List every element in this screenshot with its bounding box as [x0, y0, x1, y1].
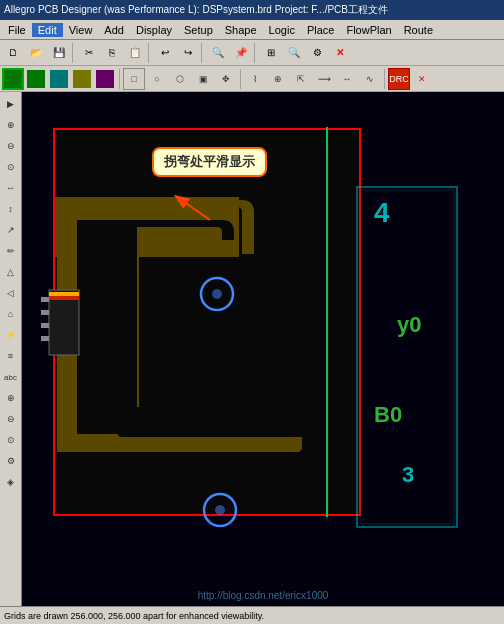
sep4 — [254, 43, 258, 63]
menu-place[interactable]: Place — [301, 23, 341, 37]
sidebar-btn-dot[interactable]: ⊙ — [1, 430, 21, 450]
svg-point-11 — [212, 289, 222, 299]
menu-logic[interactable]: Logic — [263, 23, 301, 37]
sep3 — [201, 43, 205, 63]
layer-btn5[interactable] — [94, 68, 116, 90]
status-bar: Grids are drawn 256.000, 256.000 apart f… — [0, 606, 504, 624]
zoomin-btn[interactable]: 🔍 — [283, 42, 305, 64]
sidebar-btn-hresize[interactable]: ↔ — [1, 178, 21, 198]
sidebar-btn-vresize[interactable]: ↕ — [1, 199, 21, 219]
sidebar-btn-subcircle[interactable]: ⊖ — [1, 409, 21, 429]
svg-rect-17 — [41, 310, 49, 315]
menu-display[interactable]: Display — [130, 23, 178, 37]
svg-text:y0: y0 — [397, 312, 421, 337]
close-x-btn[interactable]: ✕ — [329, 42, 351, 64]
spread-btn[interactable]: ↔ — [336, 68, 358, 90]
sidebar-btn-back[interactable]: ◁ — [1, 283, 21, 303]
outline-btn[interactable]: □ — [123, 68, 145, 90]
svg-text:B0: B0 — [374, 402, 402, 427]
sidebar-btn-text[interactable]: abc — [1, 367, 21, 387]
sidebar-btn-add[interactable]: ⊕ — [1, 115, 21, 135]
status-text: Grids are drawn 256.000, 256.000 apart f… — [4, 611, 264, 621]
new-btn[interactable]: 🗋 — [2, 42, 24, 64]
sidebar-btn-power[interactable]: ⚡ — [1, 325, 21, 345]
sep1 — [72, 43, 76, 63]
undo-btn[interactable]: ↩ — [154, 42, 176, 64]
move-btn[interactable]: ✥ — [215, 68, 237, 90]
copy-btn[interactable]: ⎘ — [101, 42, 123, 64]
menu-route[interactable]: Route — [398, 23, 439, 37]
callout-bubble: 拐弯处平滑显示 — [152, 147, 267, 177]
menu-shape[interactable]: Shape — [219, 23, 263, 37]
sep-div3 — [384, 69, 385, 89]
menu-setup[interactable]: Setup — [178, 23, 219, 37]
sidebar-btn-triangle[interactable]: △ — [1, 262, 21, 282]
cut-btn[interactable]: ✂ — [78, 42, 100, 64]
sidebar-btn-select[interactable]: ▶ — [1, 94, 21, 114]
title-bar: Allegro PCB Designer (was Performance L)… — [0, 0, 504, 20]
close2-btn[interactable]: ✕ — [411, 68, 433, 90]
menu-bar: File Edit View Add Display Setup Shape L… — [0, 20, 504, 40]
svg-text:4: 4 — [374, 197, 390, 228]
left-sidebar: ▶ ⊕ ⊖ ⊙ ↔ ↕ ↗ ✏ △ ◁ ⌂ ⚡ ≡ abc ⊕ ⊖ ⊙ ⚙ ◈ — [0, 92, 22, 606]
route-btn[interactable]: ⌇ — [244, 68, 266, 90]
menu-edit[interactable]: Edit — [32, 23, 63, 37]
fanout-btn[interactable]: ⇱ — [290, 68, 312, 90]
pin-btn[interactable]: 📌 — [230, 42, 252, 64]
svg-text:3: 3 — [402, 462, 414, 487]
circle-btn[interactable]: ○ — [146, 68, 168, 90]
svg-rect-19 — [41, 336, 49, 341]
svg-rect-16 — [41, 297, 49, 302]
sidebar-btn-diagonal[interactable]: ↗ — [1, 220, 21, 240]
poly-btn[interactable]: ⬡ — [169, 68, 191, 90]
redo-btn[interactable]: ↪ — [177, 42, 199, 64]
callout-text: 拐弯处平滑显示 — [164, 154, 255, 169]
sidebar-btn-addcircle[interactable]: ⊕ — [1, 388, 21, 408]
sidebar-btn-gear[interactable]: ⚙ — [1, 451, 21, 471]
menu-view[interactable]: View — [63, 23, 99, 37]
svg-rect-18 — [41, 323, 49, 328]
toolbar-secondary: □ ○ ⬡ ▣ ✥ ⌇ ⊕ ⇱ ⟿ ↔ ∿ DRC ✕ — [0, 66, 504, 92]
sidebar-btn-home[interactable]: ⌂ — [1, 304, 21, 324]
drc-btn[interactable]: DRC — [388, 68, 410, 90]
layer-btn4[interactable] — [71, 68, 93, 90]
select-btn[interactable]: ▣ — [192, 68, 214, 90]
tune-btn[interactable]: ∿ — [359, 68, 381, 90]
title-text: Allegro PCB Designer (was Performance L)… — [4, 3, 388, 17]
menu-file[interactable]: File — [2, 23, 32, 37]
layer-btn2[interactable] — [25, 68, 47, 90]
menu-add[interactable]: Add — [98, 23, 130, 37]
save-btn[interactable]: 💾 — [48, 42, 70, 64]
sep-div — [119, 69, 120, 89]
paste-btn[interactable]: 📋 — [124, 42, 146, 64]
sidebar-btn-remove[interactable]: ⊖ — [1, 136, 21, 156]
toolbar-main: 🗋 📂 💾 ✂ ⎘ 📋 ↩ ↪ 🔍 📌 ⊞ 🔍 ⚙ ✕ — [0, 40, 504, 66]
main-layout: ▶ ⊕ ⊖ ⊙ ↔ ↕ ↗ ✏ △ ◁ ⌂ ⚡ ≡ abc ⊕ ⊖ ⊙ ⚙ ◈ — [0, 92, 504, 606]
interactive-btn[interactable]: ⟿ — [313, 68, 335, 90]
open-btn[interactable]: 📂 — [25, 42, 47, 64]
layer-btn3[interactable] — [48, 68, 70, 90]
sep2 — [148, 43, 152, 63]
svg-rect-21 — [49, 292, 79, 296]
svg-point-13 — [215, 505, 225, 515]
via-btn[interactable]: ⊕ — [267, 68, 289, 90]
layer-top-btn[interactable] — [2, 68, 24, 90]
pcb-canvas: 4 y0 B0 3 拐弯处平滑显示 http:// — [22, 92, 504, 606]
menu-flowplan[interactable]: FlowPlan — [340, 23, 397, 37]
sidebar-btn-edit[interactable]: ✏ — [1, 241, 21, 261]
sep-div2 — [240, 69, 241, 89]
settings-btn[interactable]: ⚙ — [306, 42, 328, 64]
canvas-area[interactable]: 4 y0 B0 3 拐弯处平滑显示 http:// — [22, 92, 504, 606]
zoom-btn[interactable]: 🔍 — [207, 42, 229, 64]
sidebar-btn-list[interactable]: ≡ — [1, 346, 21, 366]
url-watermark: http://blog.csdn.net/ericx1000 — [198, 590, 329, 601]
grid-btn[interactable]: ⊞ — [260, 42, 282, 64]
sidebar-btn-diamond[interactable]: ◈ — [1, 472, 21, 492]
sidebar-btn-circle[interactable]: ⊙ — [1, 157, 21, 177]
